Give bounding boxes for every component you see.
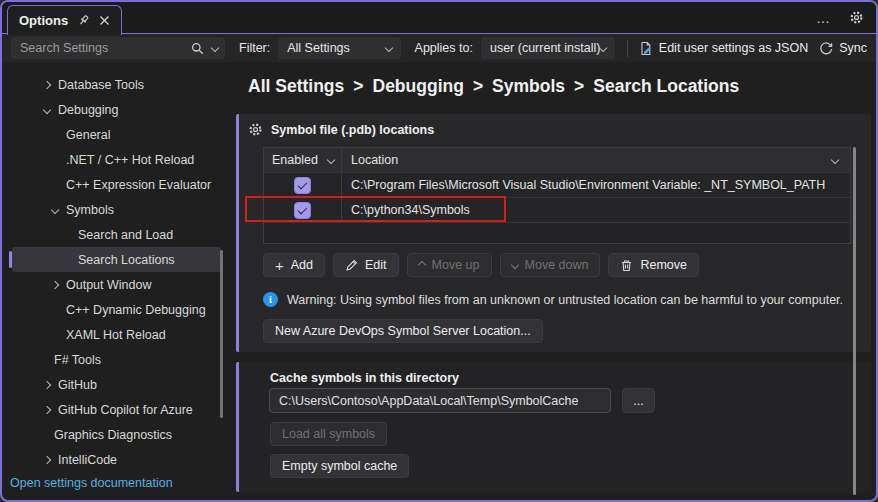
info-icon: i: [263, 292, 278, 307]
tree-item-github[interactable]: GitHub: [12, 372, 221, 397]
breadcrumb-separator: >: [473, 76, 483, 97]
options-tab[interactable]: Options: [7, 5, 122, 35]
filter-value: All Settings: [287, 41, 350, 55]
chevron-right-icon: [43, 380, 51, 388]
breadcrumb-search-locations[interactable]: Search Locations: [593, 76, 739, 97]
title-bar: Options …: [2, 2, 876, 33]
gear-icon: [248, 122, 263, 137]
chevron-right-icon: [43, 80, 51, 88]
breadcrumb-separator: >: [353, 76, 363, 97]
chevron-down-icon: [384, 44, 392, 52]
open-settings-documentation-link[interactable]: Open settings documentation: [10, 476, 173, 490]
pencil-icon: [345, 259, 358, 272]
table-row[interactable]: C:\python34\Symbols: [264, 197, 850, 222]
tree-item-debugging[interactable]: Debugging: [12, 97, 221, 122]
table-header: Enabled Location: [264, 148, 850, 172]
new-azure-devops-symbol-server-button[interactable]: New Azure DevOps Symbol Server Location.…: [263, 319, 543, 343]
warning-text: Warning: Using symbol files from an unkn…: [287, 293, 843, 307]
table-empty-row: [264, 222, 850, 243]
plus-icon: +: [275, 258, 284, 273]
cache-directory-input[interactable]: [269, 388, 611, 413]
search-input-container[interactable]: [11, 37, 225, 59]
search-icon: [191, 42, 204, 55]
tree-item-fsharp-tools[interactable]: F# Tools: [12, 347, 221, 372]
tree-item-database-tools[interactable]: Database Tools: [12, 72, 221, 97]
search-input[interactable]: [18, 40, 183, 56]
applies-to-dropdown[interactable]: user (current install): [481, 37, 615, 59]
breadcrumb: All Settings > Debugging > Symbols > Sea…: [248, 76, 739, 97]
applies-to-label: Applies to:: [415, 41, 473, 55]
tree-item-xaml-hot-reload[interactable]: XAML Hot Reload: [12, 322, 221, 347]
tree-item-symbols[interactable]: Symbols: [12, 197, 221, 222]
tree-item-output-window[interactable]: Output Window: [12, 272, 221, 297]
breadcrumb-separator: >: [574, 76, 584, 97]
tree-item-search-and-load[interactable]: Search and Load: [12, 222, 221, 247]
more-options-button[interactable]: …: [816, 11, 831, 25]
chevron-down-icon: [510, 261, 518, 269]
column-header-enabled[interactable]: Enabled: [264, 148, 341, 172]
tree-item-intellicode[interactable]: IntelliCode: [12, 447, 221, 472]
add-button[interactable]: + Add: [263, 253, 325, 277]
edit-json-button[interactable]: Edit user settings as JSON: [639, 41, 808, 56]
edit-button[interactable]: Edit: [333, 253, 399, 277]
symbol-locations-group: Symbol file (.pdb) locations Enabled Loc…: [236, 114, 871, 352]
section-title: Symbol file (.pdb) locations: [271, 123, 434, 137]
column-header-location[interactable]: Location: [341, 148, 850, 172]
remove-button[interactable]: Remove: [608, 253, 699, 277]
tab-title: Options: [19, 13, 68, 28]
move-down-button[interactable]: Move down: [500, 253, 601, 277]
tree-item-dotnet-cpp-hot-reload[interactable]: .NET / C++ Hot Reload: [12, 147, 221, 172]
trash-icon: [620, 259, 633, 272]
body-area: Database Tools Debugging General .NET / …: [2, 62, 876, 500]
sync-button[interactable]: Sync: [819, 41, 867, 55]
table-button-row: + Add Edit Move up: [263, 253, 699, 277]
chevron-down-icon: [599, 44, 607, 52]
tree-item-search-locations[interactable]: Search Locations: [12, 247, 221, 272]
toolbar-separator: [627, 40, 628, 57]
gear-icon[interactable]: [849, 10, 864, 25]
tree-item-github-copilot-for-azure[interactable]: GitHub Copilot for Azure: [12, 397, 221, 422]
breadcrumb-symbols[interactable]: Symbols: [492, 76, 565, 97]
chevron-up-icon: [417, 261, 425, 269]
breadcrumb-all-settings[interactable]: All Settings: [248, 76, 344, 97]
chevron-right-icon: [51, 280, 59, 288]
chevron-right-icon: [43, 455, 51, 463]
breadcrumb-debugging[interactable]: Debugging: [373, 76, 464, 97]
cache-symbols-group: Cache symbols in this directory ... Load…: [236, 362, 871, 492]
settings-tree: Database Tools Debugging General .NET / …: [2, 62, 234, 500]
location-cell: C:\python34\Symbols: [351, 203, 470, 217]
chevron-down-icon[interactable]: [831, 156, 839, 164]
sync-icon: [819, 41, 833, 55]
options-window: Options … Filter: All Settings: [0, 0, 878, 502]
load-all-symbols-button[interactable]: Load all symbols: [270, 422, 387, 446]
settings-panel: All Settings > Debugging > Symbols > Sea…: [236, 62, 876, 500]
empty-symbol-cache-button[interactable]: Empty symbol cache: [270, 454, 409, 478]
location-cell: C:\Program Files\Microsoft Visual Studio…: [351, 178, 825, 192]
table-row[interactable]: C:\Program Files\Microsoft Visual Studio…: [264, 172, 850, 197]
move-up-button[interactable]: Move up: [407, 253, 492, 277]
sync-label: Sync: [839, 41, 867, 55]
chevron-down-icon: [43, 105, 51, 113]
chevron-down-icon: [51, 205, 59, 213]
tree-item-cpp-expression-evaluator[interactable]: C++ Expression Evaluator: [12, 172, 221, 197]
warning-row: i Warning: Using symbol files from an un…: [263, 292, 843, 307]
pin-icon[interactable]: [77, 14, 90, 27]
browse-button[interactable]: ...: [622, 388, 655, 413]
search-dropdown-chevron-icon[interactable]: [211, 44, 219, 52]
tree-item-graphics-diagnostics[interactable]: Graphics Diagnostics: [12, 422, 221, 447]
chevron-right-icon: [43, 405, 51, 413]
json-file-icon: [639, 41, 653, 56]
filter-dropdown[interactable]: All Settings: [278, 37, 400, 59]
chevron-down-icon[interactable]: [327, 156, 335, 164]
close-icon[interactable]: [99, 15, 110, 26]
enabled-checkbox[interactable]: [294, 202, 311, 219]
filter-label: Filter:: [239, 41, 270, 55]
tree-item-cpp-dynamic-debugging[interactable]: C++ Dynamic Debugging: [12, 297, 221, 322]
sidebar-scrollbar[interactable]: [220, 250, 223, 418]
tree-item-general[interactable]: General: [12, 122, 221, 147]
enabled-checkbox[interactable]: [294, 177, 311, 194]
settings-toolbar: Filter: All Settings Applies to: user (c…: [2, 33, 876, 62]
settings-panel-scrollbar[interactable]: [853, 147, 856, 495]
symbol-locations-table: Enabled Location C:\Program Files\Micros…: [263, 147, 851, 244]
edit-json-label: Edit user settings as JSON: [659, 41, 808, 55]
